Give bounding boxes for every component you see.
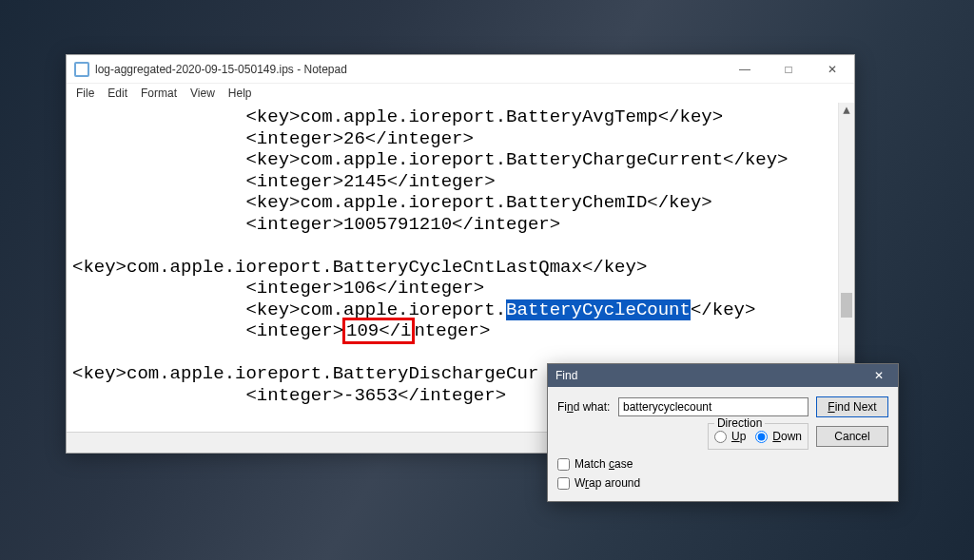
editor-line: <key>com.apple.ioreport.BatteryAvgTemp</… bbox=[72, 106, 723, 127]
notepad-icon bbox=[74, 62, 89, 77]
editor-line: <integer>2145</integer> bbox=[72, 171, 496, 192]
direction-legend: Direction bbox=[714, 416, 765, 430]
editor-line: <integer>1005791210</integer> bbox=[72, 214, 560, 235]
window-title: log-aggregated-2020-09-15-050149.ips - N… bbox=[95, 63, 723, 76]
window-controls: — □ ✕ bbox=[723, 55, 854, 84]
editor-line: <integer>-3653</integer> bbox=[72, 385, 506, 406]
editor-line: <key>com.apple.ioreport.BatteryChargeCur… bbox=[72, 149, 789, 170]
find-dialog: Find ✕ Find what: Find Next Direction Up… bbox=[547, 363, 899, 502]
close-icon: ✕ bbox=[874, 369, 884, 382]
scroll-up-icon[interactable]: ▴ bbox=[839, 103, 854, 119]
menubar: File Edit Format View Help bbox=[67, 84, 854, 103]
find-body: Find what: Find Next Direction Up Down C… bbox=[548, 387, 898, 501]
editor-line: <key>com.apple.ioreport.BatteryDischarge… bbox=[72, 363, 538, 384]
find-what-label: Find what: bbox=[557, 400, 611, 414]
minimize-button[interactable]: — bbox=[723, 55, 767, 84]
editor-line: </key> bbox=[691, 299, 755, 320]
scroll-thumb[interactable] bbox=[841, 293, 852, 318]
find-title-text: Find bbox=[555, 369, 577, 382]
wrap-around-checkbox[interactable]: Wrap around bbox=[557, 476, 888, 490]
menu-help[interactable]: Help bbox=[223, 86, 258, 101]
direction-up[interactable]: Up bbox=[714, 430, 746, 443]
match-case-checkbox[interactable]: Match case bbox=[557, 457, 888, 471]
maximize-button[interactable]: □ bbox=[767, 55, 810, 84]
find-next-button[interactable]: Find Next bbox=[816, 396, 888, 417]
menu-edit[interactable]: Edit bbox=[102, 86, 133, 101]
annotation-box: 109</i bbox=[342, 318, 415, 344]
menu-file[interactable]: File bbox=[70, 86, 100, 101]
editor-line: <integer> bbox=[72, 320, 343, 341]
close-button[interactable]: ✕ bbox=[810, 55, 854, 84]
editor-line: <key>com.apple.ioreport.BatteryChemID</k… bbox=[72, 192, 712, 213]
titlebar[interactable]: log-aggregated-2020-09-15-050149.ips - N… bbox=[67, 55, 854, 84]
menu-view[interactable]: View bbox=[185, 86, 221, 101]
find-close-button[interactable]: ✕ bbox=[866, 366, 892, 385]
direction-down[interactable]: Down bbox=[755, 430, 802, 443]
menu-format[interactable]: Format bbox=[135, 86, 183, 101]
find-input[interactable] bbox=[618, 397, 808, 416]
editor-line: <key>com.apple.ioreport. bbox=[72, 299, 506, 320]
find-titlebar[interactable]: Find ✕ bbox=[548, 364, 898, 387]
editor-line: <integer>106</integer> bbox=[72, 278, 484, 299]
direction-group: Direction Up Down bbox=[708, 423, 808, 450]
selection-highlight: BatteryCycleCount bbox=[506, 299, 691, 320]
cancel-button[interactable]: Cancel bbox=[816, 426, 888, 447]
editor-line: nteger> bbox=[414, 320, 490, 341]
editor-line: <key>com.apple.ioreport.BatteryCycleCntL… bbox=[72, 257, 647, 278]
editor-line: <integer>26</integer> bbox=[72, 128, 474, 149]
